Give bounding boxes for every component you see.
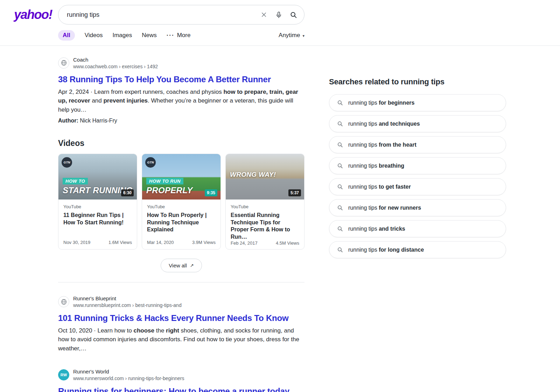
- search-result: Runner's Blueprint www.runnersblueprint.…: [58, 295, 304, 353]
- video-duration-badge: 6:30: [121, 189, 134, 196]
- video-date: Mar 14, 2020: [147, 240, 174, 245]
- related-searches-heading: Searches related to running tips: [329, 77, 506, 86]
- time-filter-label: Anytime: [279, 32, 300, 39]
- video-views: 1.6M Views: [108, 240, 132, 245]
- result-url: www.runnersworld.com › running-tips-for-…: [73, 375, 184, 382]
- search-icon: [337, 226, 343, 232]
- globe-icon: [58, 57, 69, 69]
- result-source-link[interactable]: RW Runner's World www.runnersworld.com ›…: [58, 368, 304, 382]
- video-date: Feb 24, 2017: [231, 240, 258, 246]
- author-label: Author:: [58, 118, 78, 124]
- related-search-pill[interactable]: running tips for beginners: [329, 94, 506, 111]
- search-icon: [337, 184, 343, 190]
- search-result: Coach www.coachweb.com › exercises › 149…: [58, 56, 304, 124]
- result-url: www.runnersblueprint.com › best-running-…: [73, 302, 182, 308]
- related-search-pill[interactable]: running tips for long distance: [329, 241, 506, 258]
- video-title: 11 Beginner Run Tips | How To Start Runn…: [63, 212, 132, 226]
- related-search-pill[interactable]: running tips from the heart: [329, 136, 506, 153]
- video-duration-badge: 9:35: [205, 189, 217, 196]
- video-title: How To Run Properly | Running Technique …: [147, 212, 216, 233]
- result-site-name: Runner's World: [73, 368, 184, 375]
- search-bar: [58, 5, 304, 24]
- result-url: www.coachweb.com › exercises › 1492: [73, 63, 158, 70]
- videos-section: Videos GTN HOW TO START RUNNING 6:30 You…: [58, 139, 304, 272]
- thumbnail-caption: HOW TO: [63, 178, 88, 184]
- video-card-body: YouTube 11 Beginner Run Tips | How To St…: [58, 200, 137, 249]
- video-card-list: GTN HOW TO START RUNNING 6:30 YouTube 11…: [58, 154, 304, 250]
- author-name: Nick Harris-Fry: [80, 118, 117, 124]
- result-source-link[interactable]: Coach www.coachweb.com › exercises › 149…: [58, 56, 304, 70]
- view-all-label: View all: [169, 262, 187, 268]
- video-meta: Feb 24, 2017 4.5M Views: [231, 240, 299, 246]
- result-snippet: Apr 2, 2024 · Learn from expert runners,…: [58, 88, 303, 114]
- related-search-pill[interactable]: running tips and techniques: [329, 115, 506, 132]
- video-card[interactable]: WRONG WAY! 5:37 YouTube Essential Runnin…: [225, 154, 304, 250]
- search-icon: [337, 100, 343, 106]
- related-search-pill[interactable]: running tips for new runners: [329, 199, 506, 216]
- result-title-link[interactable]: Running tips for beginners: How to becom…: [58, 386, 304, 392]
- magnifier-icon: [290, 11, 297, 19]
- tab-news[interactable]: News: [142, 32, 157, 39]
- tab-images[interactable]: Images: [112, 32, 132, 39]
- video-date: Nov 30, 2019: [63, 240, 90, 245]
- voice-search-button[interactable]: [271, 7, 286, 22]
- search-input[interactable]: [67, 11, 257, 19]
- related-search-pill[interactable]: running tips to get faster: [329, 178, 506, 195]
- related-search-label: running tips for long distance: [348, 247, 424, 253]
- results-column: Coach www.coachweb.com › exercises › 149…: [58, 56, 304, 392]
- section-divider: [58, 282, 304, 282]
- video-thumbnail: GTN HOW TO START RUNNING 6:30: [58, 154, 137, 200]
- tab-more-label: More: [177, 32, 191, 39]
- search-icon: [337, 247, 343, 253]
- search-icon: [337, 121, 343, 127]
- video-card[interactable]: GTN HOW TO RUN PROPERLY 9:35 YouTube How…: [142, 154, 221, 250]
- video-meta: Nov 30, 2019 1.6M Views: [63, 240, 132, 245]
- related-search-label: running tips to get faster: [348, 184, 411, 190]
- video-source: YouTube: [63, 204, 132, 209]
- tab-all[interactable]: All: [58, 30, 75, 41]
- search-icon: [337, 142, 343, 148]
- result-title-link[interactable]: 101 Running Tricks & Hacks Every Runner …: [58, 313, 304, 323]
- video-card[interactable]: GTN HOW TO START RUNNING 6:30 YouTube 11…: [58, 154, 137, 250]
- search-icon: [337, 163, 343, 169]
- related-searches: Searches related to running tips running…: [329, 56, 506, 262]
- related-search-pill[interactable]: running tips and tricks: [329, 220, 506, 237]
- ellipsis-icon: ···: [167, 32, 175, 39]
- search-header: yahoo! All Videos Images News ··· More A…: [0, 0, 560, 46]
- runners-world-favicon: RW: [58, 369, 69, 380]
- video-card-body: YouTube How To Run Properly | Running Te…: [142, 200, 220, 249]
- video-thumbnail: WRONG WAY! 5:37: [226, 154, 304, 200]
- thumbnail-text: WRONG WAY!: [230, 171, 276, 178]
- thumbnail-caption: HOW TO RUN: [146, 178, 183, 184]
- view-all-button[interactable]: View all ↗: [161, 259, 202, 272]
- thumbnail-title: WRONG WAY!: [230, 171, 276, 178]
- result-source-link[interactable]: Runner's Blueprint www.runnersblueprint.…: [58, 295, 304, 308]
- related-search-label: running tips breathing: [348, 163, 404, 169]
- channel-badge: GTN: [145, 157, 156, 168]
- thumbnail-title: PROPERLY: [146, 186, 193, 195]
- videos-heading: Videos: [58, 139, 304, 148]
- related-search-label: running tips for new runners: [348, 205, 421, 211]
- thumbnail-text: HOW TO RUN PROPERLY: [146, 178, 193, 195]
- video-title: Essential Running Technique Tips for Pro…: [231, 212, 299, 240]
- video-duration-badge: 5:37: [288, 189, 301, 196]
- video-thumbnail: GTN HOW TO RUN PROPERLY 9:35: [142, 154, 220, 200]
- channel-badge: GTN: [62, 157, 72, 168]
- search-icon: [337, 205, 343, 211]
- chevron-down-icon: ▾: [302, 33, 304, 38]
- related-search-label: running tips and techniques: [348, 121, 420, 127]
- tab-videos[interactable]: Videos: [85, 32, 103, 39]
- video-source: YouTube: [231, 204, 299, 209]
- related-search-label: running tips from the heart: [348, 142, 416, 148]
- search-tabs: All Videos Images News ··· More Anytime …: [58, 30, 304, 46]
- close-icon: [261, 12, 267, 18]
- tab-more[interactable]: ··· More: [167, 32, 191, 39]
- yahoo-logo[interactable]: yahoo!: [0, 7, 58, 22]
- result-title-link[interactable]: 38 Running Tips To Help You Become A Bet…: [58, 75, 304, 84]
- time-filter-dropdown[interactable]: Anytime ▾: [279, 32, 304, 39]
- search-submit-button[interactable]: [286, 7, 301, 22]
- video-card-body: YouTube Essential Running Technique Tips…: [226, 200, 304, 249]
- clear-search-button[interactable]: [257, 7, 271, 22]
- video-meta: Mar 14, 2020 3.9M Views: [147, 240, 216, 245]
- related-search-pill[interactable]: running tips breathing: [329, 157, 506, 174]
